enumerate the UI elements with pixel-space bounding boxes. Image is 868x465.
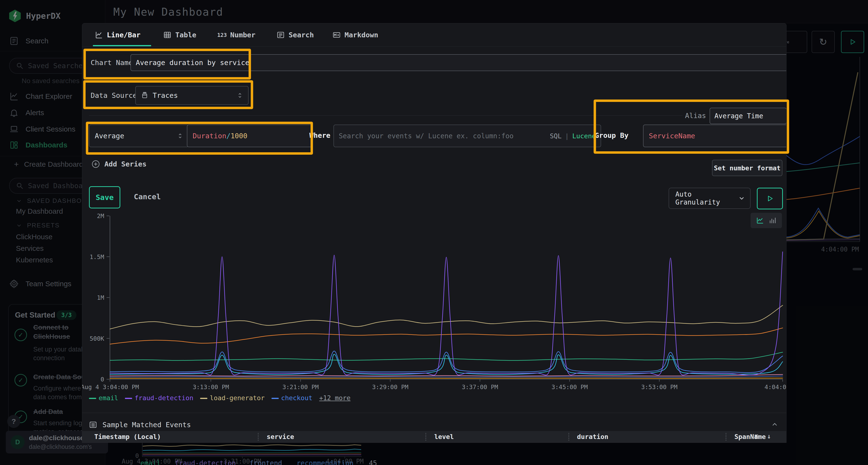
svg-text:3:13:00 PM: 3:13:00 PM bbox=[193, 384, 229, 391]
legend-label: email bbox=[99, 394, 118, 402]
chart-legend: email fraud-detection load-generator che… bbox=[89, 393, 779, 403]
markdown-icon bbox=[333, 31, 341, 39]
svg-text:4:04:00 PM: 4:04:00 PM bbox=[765, 384, 786, 391]
operator-token: / bbox=[226, 132, 230, 140]
data-source-label: Data Source bbox=[91, 91, 137, 100]
plus-circle-icon bbox=[91, 160, 100, 168]
set-number-format-button[interactable]: Set number format bbox=[712, 160, 782, 176]
svg-text:500K: 500K bbox=[90, 335, 104, 342]
legend-item[interactable]: checkout bbox=[272, 394, 312, 402]
legend-dash bbox=[272, 398, 279, 399]
legend-item[interactable]: load-generator bbox=[200, 394, 265, 402]
column-separator[interactable] bbox=[258, 433, 259, 441]
field-expression-input[interactable]: Duration/1000 bbox=[187, 125, 312, 147]
chart-editor-modal: Line/Bar Table 123 Number Search Markdow… bbox=[82, 23, 786, 443]
column-separator[interactable] bbox=[725, 433, 726, 441]
legend-more-link[interactable]: +12 more bbox=[319, 394, 350, 402]
editor-tabs: Line/Bar Table 123 Number Search Markdow… bbox=[82, 23, 786, 47]
tab-label: Markdown bbox=[345, 31, 378, 39]
active-tab-underline bbox=[93, 45, 151, 46]
column-header-duration[interactable]: duration bbox=[577, 433, 608, 440]
group-by-label: Group By bbox=[595, 131, 628, 139]
where-placeholder: Search your events w/ Lucene ex. column:… bbox=[339, 132, 514, 140]
list-icon bbox=[277, 31, 285, 39]
where-search-input[interactable]: Search your events w/ Lucene ex. column:… bbox=[334, 125, 601, 147]
svg-text:3:37:00 PM: 3:37:00 PM bbox=[462, 384, 498, 391]
chevron-down-icon bbox=[738, 195, 745, 202]
group-by-value: ServiceName bbox=[649, 132, 695, 140]
line-chart-icon bbox=[95, 31, 103, 39]
column-separator[interactable] bbox=[568, 433, 569, 441]
lucene-mode-toggle[interactable]: Lucene bbox=[572, 132, 596, 140]
data-source-value: Traces bbox=[153, 91, 178, 100]
legend-dash bbox=[89, 398, 96, 399]
legend-dash bbox=[125, 398, 132, 399]
svg-text:3:45:00 PM: 3:45:00 PM bbox=[551, 384, 588, 391]
chart-name-input[interactable]: Average duration by service bbox=[130, 54, 786, 71]
granularity-value: Auto Granularity bbox=[675, 190, 738, 206]
tab-table[interactable]: Table bbox=[163, 23, 196, 46]
row-options-icon[interactable]: ≡ bbox=[754, 432, 758, 440]
alias-label: Alias bbox=[685, 111, 706, 120]
legend-item[interactable]: fraud-detection bbox=[125, 394, 193, 402]
tab-label: Table bbox=[175, 31, 196, 39]
alias-value: Average Time bbox=[714, 112, 763, 120]
chevron-up-icon[interactable] bbox=[771, 421, 779, 429]
legend-label: checkout bbox=[281, 394, 312, 402]
table-list-icon bbox=[89, 421, 97, 429]
table-icon bbox=[163, 31, 172, 39]
svg-text:2M: 2M bbox=[97, 212, 104, 220]
column-header-service[interactable]: service bbox=[267, 433, 294, 440]
database-icon bbox=[141, 92, 148, 99]
save-label: Save bbox=[96, 193, 114, 202]
aggregation-select[interactable]: Average bbox=[89, 125, 189, 147]
add-series-button[interactable]: Add Series bbox=[91, 160, 147, 168]
svg-text:1.5M: 1.5M bbox=[90, 254, 104, 261]
tab-line-bar[interactable]: Line/Bar bbox=[95, 23, 141, 46]
mode-separator: | bbox=[565, 132, 569, 140]
cancel-button[interactable]: Cancel bbox=[132, 186, 163, 207]
play-icon bbox=[766, 195, 774, 202]
column-header-timestamp[interactable]: Timestamp (Local) bbox=[94, 433, 161, 440]
svg-text:0: 0 bbox=[100, 376, 104, 383]
save-button[interactable]: Save bbox=[89, 186, 120, 208]
legend-dash bbox=[200, 398, 207, 399]
legend-label: fraud-detection bbox=[134, 394, 193, 402]
chart-name-label: Chart Name bbox=[91, 59, 133, 67]
123-icon: 123 bbox=[217, 32, 227, 38]
group-by-input[interactable]: ServiceName bbox=[643, 125, 786, 147]
cancel-label: Cancel bbox=[134, 192, 161, 201]
set-number-format-label: Set number format bbox=[714, 164, 780, 172]
svg-text:Aug 4 3:04:00 PM: Aug 4 3:04:00 PM bbox=[82, 384, 139, 391]
screen: My New Dashboard Save ↻ 4:04:00 PM 0 Aug… bbox=[0, 0, 868, 465]
column-header-level[interactable]: level bbox=[434, 433, 454, 440]
tab-markdown[interactable]: Markdown bbox=[333, 23, 378, 46]
aggregation-value: Average bbox=[95, 132, 124, 140]
tab-label: Search bbox=[289, 31, 314, 39]
run-query-button[interactable] bbox=[757, 188, 783, 209]
events-table-header: Timestamp (Local) service level duration… bbox=[82, 431, 786, 442]
alias-input[interactable]: Average Time bbox=[710, 108, 786, 124]
legend-label: load-generator bbox=[210, 394, 265, 402]
tab-number[interactable]: 123 Number bbox=[217, 23, 255, 46]
tab-label: Number bbox=[230, 31, 255, 39]
select-chevrons-icon bbox=[177, 133, 184, 139]
tab-label: Line/Bar bbox=[107, 31, 141, 39]
granularity-select[interactable]: Auto Granularity bbox=[669, 188, 751, 209]
svg-text:3:29:00 PM: 3:29:00 PM bbox=[372, 384, 408, 391]
number-token: 1000 bbox=[230, 132, 247, 140]
field-token: Duration bbox=[193, 132, 226, 140]
data-source-select[interactable]: Traces bbox=[135, 86, 249, 105]
sample-events-header: Sample Matched Events bbox=[89, 418, 779, 432]
main-chart: 2M1.5M1M500K0Aug 4 3:04:00 PM3:13:00 PM3… bbox=[82, 210, 786, 393]
column-separator[interactable] bbox=[425, 433, 426, 441]
svg-text:1M: 1M bbox=[97, 294, 104, 301]
column-header-spanname[interactable]: SpanName bbox=[735, 433, 766, 440]
sql-mode-toggle[interactable]: SQL bbox=[550, 132, 562, 140]
where-label: Where bbox=[309, 131, 330, 139]
select-chevrons-icon bbox=[237, 92, 243, 99]
sample-events-title: Sample Matched Events bbox=[102, 421, 191, 429]
download-icon[interactable]: ↓ bbox=[767, 432, 771, 440]
legend-item[interactable]: email bbox=[89, 394, 118, 402]
tab-search[interactable]: Search bbox=[277, 23, 314, 46]
